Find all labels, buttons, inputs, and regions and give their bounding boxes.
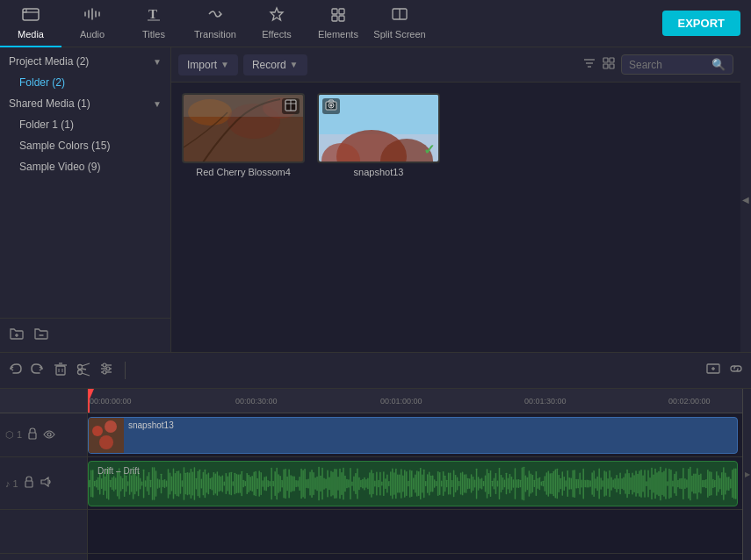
sidebar-item-folder[interactable]: Folder (2) [0,72,170,93]
splitscreen-icon [391,6,408,26]
timeline-right[interactable]: 00:00:00:00 00:00:30:00 00:01:00:00 00:0… [88,389,742,560]
audio-mute-button[interactable] [40,477,52,490]
svg-rect-351 [567,470,568,497]
folder-link-button[interactable] [33,326,49,345]
toolbar-elements[interactable]: Elements [307,0,369,47]
toolbar-media[interactable]: Media [0,0,61,47]
media-thumb-0 [182,93,305,163]
search-input[interactable] [629,59,708,71]
toolbar-splitscreen[interactable]: Split Screen [369,0,430,47]
media-icon [22,6,40,26]
main-area: Project Media (2) ▼ Folder (2) Shared Me… [0,47,751,352]
sidebar-item-sample-colors[interactable]: Sample Colors (15) [0,135,170,156]
svg-rect-51 [56,366,65,375]
record-button[interactable]: Record ▼ [243,54,307,75]
media-thumb-badge-0 [282,98,300,114]
link-button[interactable] [728,361,744,380]
project-media-chevron: ▼ [153,57,162,67]
svg-rect-259 [406,471,407,496]
toolbar-transition[interactable]: Transition [184,0,246,47]
video-clip[interactable]: snapshot13 [88,417,738,454]
svg-rect-216 [330,470,331,496]
media-label: Media [18,29,44,39]
svg-rect-363 [588,480,589,488]
svg-rect-231 [357,469,357,499]
svg-rect-152 [219,476,220,492]
record-label: Record [252,59,286,71]
svg-rect-174 [256,478,257,490]
svg-rect-377 [612,479,613,487]
svg-rect-139 [196,478,197,490]
video-visibility-button[interactable] [43,429,55,442]
svg-rect-117 [157,478,158,488]
right-handle-icon: ▶ [745,470,750,478]
undo-button[interactable] [7,361,23,380]
right-handle[interactable]: ▶ [742,389,751,560]
filter-button[interactable] [582,56,596,73]
svg-rect-446 [733,469,734,499]
add-folder-button[interactable] [9,326,25,345]
scissors-button[interactable] [76,361,91,380]
svg-rect-140 [198,471,199,496]
svg-rect-113 [150,480,151,487]
svg-rect-356 [575,479,576,489]
svg-rect-357 [577,479,578,489]
svg-rect-429 [704,480,704,488]
svg-rect-295 [469,478,470,489]
svg-rect-190 [285,469,285,499]
add-track-button[interactable] [705,361,721,380]
sidebar-item-sample-video[interactable]: Sample Video (9) [0,156,170,177]
svg-rect-334 [538,478,538,489]
sidebar-item-project-media[interactable]: Project Media (2) ▼ [0,51,170,72]
sidebar-item-folder1[interactable]: Folder 1 (1) [0,114,170,135]
toolbar-titles[interactable]: T Titles [123,0,184,47]
ruler-time-0: 00:00:00:00 [90,397,132,406]
toolbar-audio[interactable]: Audio [61,0,123,47]
adjust-button[interactable] [98,361,114,380]
media-item-0[interactable]: Red Cherry Blossom4 [182,93,305,177]
import-button[interactable]: Import ▼ [178,54,238,75]
delete-button[interactable] [53,361,69,380]
svg-rect-114 [152,467,153,499]
svg-rect-388 [632,473,632,495]
svg-rect-233 [360,480,361,488]
redo-button[interactable] [30,361,46,380]
svg-rect-164 [240,474,241,492]
svg-rect-119 [161,474,162,494]
collapse-handle[interactable]: ◀ [740,47,751,352]
svg-rect-155 [224,482,225,486]
svg-rect-376 [610,477,611,490]
video-lock-button[interactable] [27,427,38,442]
import-label: Import [187,59,217,71]
svg-rect-193 [290,475,291,492]
svg-rect-420 [688,469,689,499]
sidebar-item-shared-media[interactable]: Shared Media (1) ▼ [0,93,170,114]
svg-rect-286 [453,470,454,498]
svg-rect-386 [628,473,629,494]
sample-colors-label: Sample Colors (15) [19,140,110,152]
svg-rect-201 [304,469,305,499]
svg-rect-301 [480,478,480,488]
export-button[interactable]: EXPORT [662,11,740,36]
audio-lock-button[interactable] [24,476,34,491]
svg-rect-249 [388,481,389,486]
audio-track-row: Drift – Drift [88,457,742,510]
svg-rect-181 [269,481,270,486]
svg-rect-180 [267,480,268,487]
media-item-1[interactable]: ✓ snapshot13 [317,93,440,177]
svg-rect-413 [675,471,676,496]
media-thumb-check-1: ✓ [423,141,435,158]
svg-rect-362 [586,480,587,488]
svg-rect-185 [276,468,277,500]
svg-rect-157 [227,477,228,492]
grid-button[interactable] [602,56,616,73]
audio-clip[interactable]: Drift – Drift [88,461,738,506]
toolbar-effects[interactable]: Effects [246,0,307,47]
svg-rect-229 [353,477,354,492]
svg-rect-372 [603,470,604,497]
svg-rect-273 [430,476,431,492]
svg-rect-232 [358,477,359,490]
svg-rect-403 [658,471,659,496]
svg-rect-341 [550,473,551,493]
svg-rect-318 [509,474,510,493]
